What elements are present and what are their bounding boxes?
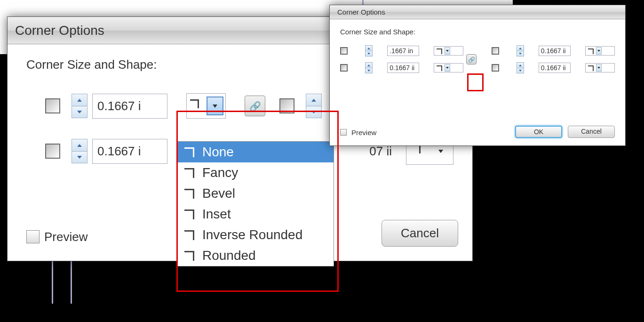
tr-shape-dropdown[interactable] [585,46,615,56]
corner-rounded-icon [182,248,197,263]
corner-shape-icon [189,98,205,114]
menu-item-fancy[interactable]: Fancy [177,162,334,183]
spinner-up-icon[interactable] [72,139,87,151]
tr-value-partial: 07 ii [369,144,392,159]
checkbox-icon[interactable] [26,230,40,243]
corner-inset-icon [182,207,197,222]
br-spinner[interactable] [517,62,524,73]
corner-tl-icon [340,47,348,55]
tr-spinner[interactable] [306,94,322,118]
bl-spinner[interactable] [365,62,373,73]
checkbox-icon[interactable] [340,129,347,136]
dialog-body: Corner Size and Shape: 🔗 [330,19,625,79]
menu-item-rounded[interactable]: Rounded [177,245,334,266]
menu-label: Inset [202,207,231,222]
corner-bl-icon [340,64,348,72]
br-shape-dropdown[interactable] [585,63,615,72]
spinner-down-icon[interactable] [366,51,372,56]
preview-label: Preview [44,230,87,244]
bl-value-input[interactable] [387,63,419,73]
corner-tl-icon [45,98,60,113]
br-value-input[interactable] [539,63,571,73]
spinner-up-icon[interactable] [517,46,524,51]
titlebar[interactable]: Corner Options [330,5,625,19]
corner-br-icon [492,64,499,72]
dialog-title: Corner Options [15,23,104,38]
spinner-down-icon[interactable] [72,151,87,163]
tl-value-input[interactable] [387,46,419,56]
menu-item-inverse-rounded[interactable]: Inverse Rounded [177,225,334,245]
spinner-up-icon[interactable] [306,94,321,106]
dropdown-arrow-icon[interactable] [445,47,450,55]
cancel-button[interactable]: Cancel [382,220,458,247]
corner-shape-icon [587,47,594,55]
spinner-down-icon[interactable] [72,106,87,118]
tl-shape-dropdown[interactable] [186,93,226,119]
spinner-down-icon[interactable] [366,68,372,73]
link-corners-button[interactable]: 🔗 [466,54,477,64]
menu-label: Inverse Rounded [202,227,302,242]
menu-item-none[interactable]: None [177,142,334,162]
spinner-down-icon[interactable] [306,106,321,118]
tr-spinner[interactable] [517,45,524,56]
link-corners-button[interactable]: 🔗 [245,96,265,116]
spinner-up-icon[interactable] [72,94,87,106]
spinner-up-icon[interactable] [366,46,372,51]
spinner-up-icon[interactable] [517,63,524,68]
preview-checkbox[interactable]: Preview [340,129,376,137]
cancel-button[interactable]: Cancel [568,126,615,138]
tl-spinner[interactable] [72,94,87,118]
tl-value-input[interactable] [92,94,167,119]
spinner-down-icon[interactable] [517,51,524,56]
menu-label: None [202,145,234,160]
bl-spinner[interactable] [72,139,87,163]
dialog-title: Corner Options [337,8,385,16]
tl-spinner[interactable] [365,45,373,56]
corner-tr-icon [279,98,294,113]
preview-label: Preview [351,129,376,137]
ok-button[interactable]: OK [515,126,562,138]
corner-inverse-rounded-icon [182,227,197,242]
preview-checkbox[interactable]: Preview [26,230,87,244]
corner-bevel-icon [182,186,197,201]
menu-item-inset[interactable]: Inset [177,204,334,225]
corner-none-icon [182,145,197,160]
corner-shape-icon [435,64,443,72]
spinner-down-icon[interactable] [517,68,524,73]
spinner-up-icon[interactable] [366,63,372,68]
bg-guide-1 [52,261,53,304]
menu-item-bevel[interactable]: Bevel [177,183,334,204]
tr-value-input[interactable] [539,46,571,56]
dropdown-arrow-icon[interactable] [445,64,450,72]
bl-shape-dropdown[interactable] [434,63,463,72]
bl-value-input[interactable] [92,139,167,164]
corner-fancy-icon [182,165,197,180]
menu-label: Bevel [202,186,235,201]
shape-dropdown-menu[interactable]: None Fancy Bevel Inset Inverse Rounded R… [176,141,334,266]
dropdown-arrow-icon[interactable] [596,47,602,55]
corner-options-dialog-small: Corner Options Corner Size and Shape: 🔗 [329,5,626,146]
corner-shape-icon [587,64,594,72]
bg-guide-2 [71,261,72,304]
corner-tr-icon [492,47,499,55]
corner-bl-icon [45,144,60,159]
menu-label: Fancy [202,165,238,180]
dropdown-arrow-icon[interactable] [207,97,223,115]
tl-shape-dropdown[interactable] [434,46,463,56]
corner-shape-icon [435,47,443,55]
dropdown-arrow-icon[interactable] [596,64,602,72]
section-label: Corner Size and Shape: [340,28,615,36]
menu-label: Rounded [202,248,256,263]
